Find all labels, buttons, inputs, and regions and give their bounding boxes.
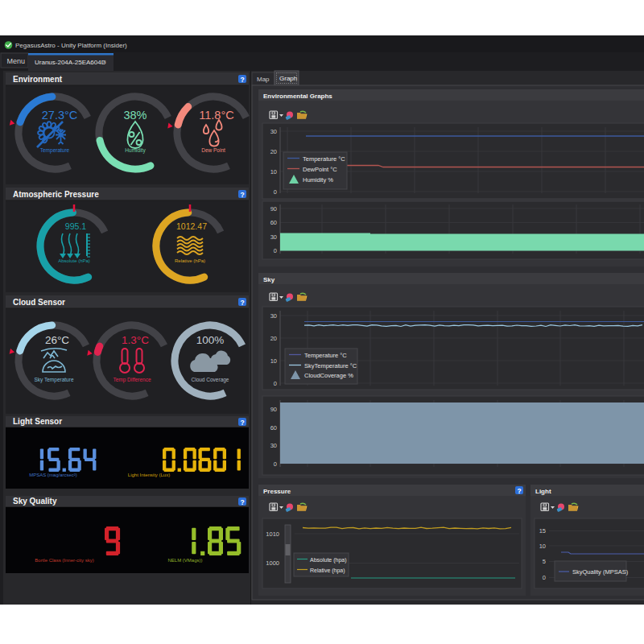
svg-text:90: 90 (270, 205, 277, 213)
svg-text:Uranus-204A-25EA604D: Uranus-204A-25EA604D (35, 59, 106, 66)
svg-text:1000: 1000 (266, 559, 279, 567)
svg-text:0: 0 (274, 380, 277, 387)
svg-text:Light: Light (535, 488, 551, 495)
svg-text:10: 10 (270, 357, 277, 365)
svg-text:Absolute (hPa): Absolute (hPa) (58, 258, 90, 263)
svg-text:?: ? (240, 76, 244, 84)
svg-text:Sky Quality: Sky Quality (13, 497, 57, 506)
svg-text:20: 20 (270, 335, 277, 342)
svg-text:Atmospheric Pressure: Atmospheric Pressure (13, 190, 99, 199)
svg-text:×: × (102, 58, 106, 66)
svg-text:Light Intensity (Lux): Light Intensity (Lux) (128, 473, 170, 477)
svg-text:10: 10 (270, 168, 277, 175)
svg-text:Pressure: Pressure (263, 488, 291, 495)
svg-text:90: 90 (270, 406, 277, 413)
svg-text:Humidity %: Humidity % (303, 176, 333, 184)
svg-text:Relative (hpa): Relative (hpa) (310, 568, 345, 574)
svg-text:Bortle Class (Inner-city sky): Bortle Class (Inner-city sky) (35, 558, 93, 563)
svg-text:Environment: Environment (13, 75, 63, 84)
svg-text:Light Sensor: Light Sensor (13, 417, 62, 426)
svg-text:0: 0 (274, 247, 277, 254)
svg-text:0: 0 (274, 460, 277, 468)
svg-text:?: ? (240, 191, 244, 199)
svg-text:Menu: Menu (7, 57, 26, 65)
svg-text:SkyQuality (MPSAS): SkyQuality (MPSAS) (572, 568, 629, 576)
svg-text:?: ? (240, 299, 244, 307)
svg-text:38%: 38% (123, 109, 147, 122)
svg-text:30: 30 (270, 128, 277, 135)
svg-text:995.1: 995.1 (65, 221, 86, 231)
svg-text:PegasusAstro - Unity Platform: PegasusAstro - Unity Platform (Insider) (15, 42, 127, 49)
svg-text:30: 30 (270, 233, 277, 241)
svg-text:10: 10 (539, 543, 546, 550)
svg-text:1010: 1010 (266, 530, 279, 538)
svg-text:?: ? (240, 498, 244, 506)
svg-text:11.8°C: 11.8°C (199, 109, 233, 122)
svg-text:15: 15 (539, 527, 546, 535)
svg-text:1.3°C: 1.3°C (122, 334, 149, 346)
svg-text:Cloud Coverage: Cloud Coverage (192, 377, 229, 383)
svg-text:Humidity: Humidity (125, 147, 146, 154)
svg-text:60: 60 (270, 424, 277, 431)
svg-text:Environmental Graphs: Environmental Graphs (263, 93, 332, 100)
svg-text:60: 60 (270, 219, 277, 226)
svg-text:Map: Map (257, 76, 270, 83)
svg-text:Relative (hPa): Relative (hPa) (175, 258, 205, 263)
svg-text:Sky: Sky (263, 276, 275, 283)
svg-text:0: 0 (543, 574, 546, 581)
svg-text:Temperature °C: Temperature °C (304, 352, 347, 359)
svg-text:30: 30 (270, 312, 277, 320)
svg-text:100%: 100% (196, 334, 225, 346)
svg-text:Temp Difference: Temp Difference (113, 377, 151, 383)
svg-text:CloudCoverage %: CloudCoverage % (304, 372, 353, 379)
svg-text:NELM (VMags)): NELM (VMags)) (167, 558, 202, 563)
svg-text:1012.47: 1012.47 (176, 221, 207, 231)
svg-text:Graph: Graph (279, 75, 297, 82)
svg-text:Temperature °C: Temperature °C (303, 155, 345, 163)
svg-text:SkyTemperature °C: SkyTemperature °C (304, 362, 357, 369)
svg-text:20: 20 (270, 148, 277, 155)
svg-text:Dew Point: Dew Point (201, 147, 225, 153)
svg-text:30: 30 (270, 442, 277, 449)
svg-text:Cloud Sensor: Cloud Sensor (13, 298, 65, 307)
svg-text:Absolute (hpa): Absolute (hpa) (310, 557, 347, 564)
svg-text:26°C: 26°C (45, 334, 69, 346)
svg-text:?: ? (240, 419, 244, 427)
svg-text:Sky Temperature: Sky Temperature (34, 377, 73, 383)
svg-text:Temperature: Temperature (40, 147, 70, 154)
svg-text:MPSAS (mag/arcsec²): MPSAS (mag/arcsec²) (29, 473, 77, 477)
svg-text:?: ? (517, 487, 521, 495)
svg-text:0: 0 (274, 188, 277, 196)
svg-text:27.3°C: 27.3°C (42, 109, 78, 122)
svg-text:5: 5 (543, 558, 546, 565)
svg-text:DewPoint °C: DewPoint °C (303, 166, 337, 173)
